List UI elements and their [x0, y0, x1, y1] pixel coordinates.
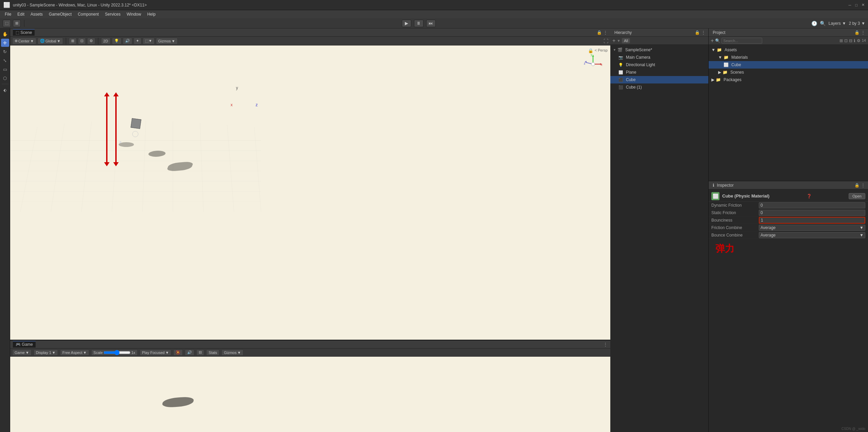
- audio-btn[interactable]: 🔊: [123, 38, 132, 44]
- add-project-btn[interactable]: +: [711, 38, 714, 44]
- light-icon: 💡: [618, 63, 623, 67]
- project-menu-icon[interactable]: ⋮: [861, 30, 865, 35]
- hand-tool[interactable]: ✋: [1, 30, 9, 38]
- scale-control[interactable]: Scale 1x: [91, 350, 138, 356]
- mute-btn[interactable]: 🔕: [173, 350, 183, 356]
- hierarchy-all-label[interactable]: All: [622, 38, 630, 43]
- scene-view-dropdown[interactable]: ⬚▼: [143, 38, 155, 44]
- bounciness-value[interactable]: 1: [759, 217, 865, 224]
- aspect-dropdown[interactable]: Free Aspect ▼: [60, 350, 89, 356]
- hierarchy-item-cube[interactable]: ⬛ Cube: [610, 76, 708, 83]
- scale-slider[interactable]: [103, 351, 131, 355]
- hierarchy-menu-icon[interactable]: ⋮: [701, 30, 706, 35]
- toolbar-layout-btn[interactable]: ⬚: [3, 20, 11, 27]
- stats-btn[interactable]: Stats: [206, 350, 219, 356]
- open-button[interactable]: Open: [849, 193, 865, 199]
- history-icon[interactable]: 🕐: [811, 21, 817, 26]
- scene-lock-icon[interactable]: 🔒: [597, 30, 602, 35]
- step-button[interactable]: ⏭: [426, 20, 436, 27]
- hierarchy-item-dirlight[interactable]: 💡 Directional Light: [610, 61, 708, 69]
- scene-toolbar: ⊕ Center ▼ 🌐 Global ▼ ⊞ ⊡ ⚙ 2D 💡 🔊 ✦ ⬚: [10, 37, 610, 45]
- scene-maximize-icon[interactable]: ⛶: [604, 38, 608, 44]
- game-gizmos-btn[interactable]: Gizmos ▼: [221, 350, 243, 356]
- project-tab[interactable]: Project: [711, 30, 727, 35]
- game-menu-icon[interactable]: ⋮: [603, 342, 608, 347]
- hierarchy-lock-icon[interactable]: 🔒: [695, 30, 700, 35]
- close-button[interactable]: ✕: [862, 3, 865, 7]
- project-lock-icon[interactable]: 🔒: [854, 30, 860, 35]
- menu-file[interactable]: File: [2, 11, 14, 17]
- inspector-menu-icon[interactable]: ⋮: [861, 183, 865, 188]
- hierarchy-tab[interactable]: Hierarchy: [613, 30, 633, 35]
- project-icon4[interactable]: ℹ: [854, 38, 855, 43]
- scene-viewport[interactable]: < Persp x y z: [10, 45, 610, 340]
- center-dropdown[interactable]: ⊕ Center ▼: [12, 38, 36, 44]
- global-dropdown[interactable]: 🌐 Global ▼: [38, 38, 63, 44]
- inspector-lock-icon[interactable]: 🔒: [854, 183, 860, 188]
- friction-combine-dropdown[interactable]: Average ▼: [759, 225, 865, 231]
- hierarchy-item-plane[interactable]: ⬜ Plane: [610, 69, 708, 76]
- scale-tool[interactable]: ⤡: [1, 56, 9, 64]
- play-focused-dropdown[interactable]: Play Focused ▼: [140, 350, 172, 356]
- project-icon3[interactable]: ⊟: [849, 38, 852, 43]
- audio-btn2[interactable]: 🔊: [185, 350, 194, 356]
- inspector-tab[interactable]: ℹ Inspector: [711, 183, 735, 188]
- menu-help[interactable]: Help: [144, 11, 158, 17]
- snap-btn[interactable]: ⊡: [78, 38, 86, 44]
- game-mode-dropdown[interactable]: Game ▼: [12, 350, 32, 356]
- project-item-assets[interactable]: ▼ 📁 Assets: [709, 46, 868, 54]
- menu-component[interactable]: Component: [75, 11, 101, 17]
- play-button[interactable]: ▶: [402, 20, 411, 27]
- display-dropdown[interactable]: Display 1 ▼: [34, 350, 58, 356]
- scene-gizmo[interactable]: x y z: [581, 52, 605, 76]
- transform-tool[interactable]: ⬡: [1, 74, 9, 82]
- scene-gizmos-btn[interactable]: Gizmos▼: [156, 38, 178, 44]
- layout-dropdown[interactable]: 2 by 3 ▼: [849, 21, 865, 26]
- grid-vis-btn[interactable]: ⊞: [69, 38, 77, 44]
- menu-window[interactable]: Window: [124, 11, 144, 17]
- static-friction-value[interactable]: 0: [759, 210, 865, 216]
- snap-settings-btn[interactable]: ⚙: [87, 38, 95, 44]
- bounciness-annotation: 弹力: [715, 242, 734, 255]
- stats-overlay-btn[interactable]: ⊟: [196, 350, 204, 356]
- hierarchy-item-maincamera[interactable]: 📷 Main Camera: [610, 54, 708, 61]
- tab-scene[interactable]: ⬚ Scene: [13, 29, 35, 36]
- svg-line-15: [254, 127, 261, 212]
- hierarchy-item-cube1[interactable]: ⬛ Cube (1): [610, 83, 708, 91]
- bounce-combine-dropdown[interactable]: Average ▼: [759, 232, 865, 238]
- 2d-btn[interactable]: 2D: [101, 38, 111, 44]
- minimize-button[interactable]: ─: [849, 3, 851, 7]
- toolbar-grid-btn[interactable]: ⊞: [13, 20, 21, 27]
- rect-tool[interactable]: ▭: [1, 65, 9, 73]
- add-hierarchy-btn[interactable]: +: [612, 38, 615, 44]
- rotate-tool[interactable]: ↻: [1, 48, 9, 56]
- menu-gameobject[interactable]: GameObject: [46, 11, 74, 17]
- menu-assets[interactable]: Assets: [28, 11, 45, 17]
- project-item-cube-material[interactable]: ⬜ Cube: [709, 61, 868, 69]
- project-item-scenes[interactable]: ▶ 📁 Scenes: [709, 69, 868, 76]
- layers-dropdown[interactable]: Layers ▼: [828, 21, 846, 26]
- project-item-packages[interactable]: ▶ 📁 Packages: [709, 76, 868, 83]
- light-btn[interactable]: 💡: [112, 38, 121, 44]
- project-icon5[interactable]: ⚙: [857, 38, 861, 43]
- dynamic-friction-value[interactable]: 0: [759, 202, 865, 208]
- project-icon1[interactable]: ⊞: [840, 38, 843, 43]
- menu-services[interactable]: Services: [102, 11, 123, 17]
- inspector-help-icon[interactable]: ❓: [807, 194, 812, 199]
- fx-btn[interactable]: ✦: [134, 38, 141, 44]
- scene-cube-object[interactable]: [131, 118, 141, 129]
- scene-menu-icon[interactable]: ⋮: [603, 30, 608, 35]
- custom-tool[interactable]: ⬖: [1, 86, 9, 94]
- hierarchy-item-samplescene[interactable]: ▼ 🎬 SampleScene*: [610, 46, 708, 54]
- tab-game[interactable]: 🎮 Game: [13, 341, 36, 348]
- game-viewport[interactable]: [10, 357, 610, 432]
- pause-button[interactable]: ⏸: [414, 20, 423, 27]
- project-search-input[interactable]: [722, 38, 762, 44]
- move-tool[interactable]: ✛: [1, 39, 9, 47]
- menu-edit[interactable]: Edit: [15, 11, 27, 17]
- project-search-icon[interactable]: 🔍: [715, 38, 720, 43]
- project-icon2[interactable]: ⊡: [844, 38, 848, 43]
- maximize-button[interactable]: □: [855, 3, 857, 7]
- project-item-materials[interactable]: ▼ 📁 Materials: [709, 54, 868, 61]
- search-icon[interactable]: 🔍: [820, 21, 826, 26]
